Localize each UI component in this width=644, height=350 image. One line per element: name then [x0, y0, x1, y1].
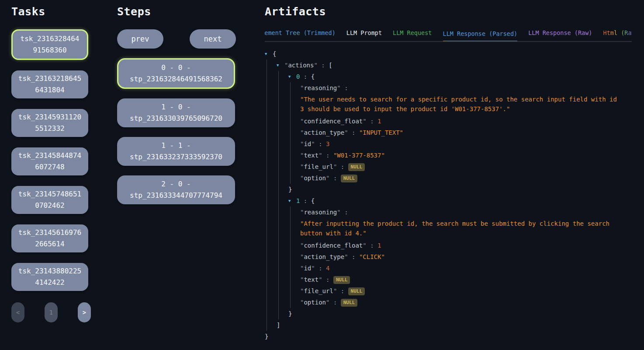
- json-key: action_type: [304, 129, 344, 136]
- indent-guide: [277, 138, 288, 150]
- json-tree-row: ▼1 : {: [265, 195, 632, 206]
- tab-element-tree-trimmed[interactable]: Element Tree (Trimmed): [265, 29, 336, 41]
- indent-guide: [277, 116, 288, 127]
- json-string-value: "W01-377-8537": [333, 152, 385, 159]
- tab-llm-prompt[interactable]: LLM Prompt: [346, 29, 382, 41]
- json-colon: :: [315, 265, 326, 272]
- artifacts-panel: Artifacts Element Tree (Trimmed)LLM Prom…: [265, 0, 632, 342]
- indent-guide: [277, 218, 288, 240]
- step-label-line1: 1 - 1 -: [161, 140, 190, 151]
- json-tree-row-content: {: [273, 48, 276, 60]
- indent-guide: [288, 274, 300, 285]
- indent-guide: [288, 161, 300, 172]
- json-key: file_url: [304, 287, 333, 294]
- step-list: 0 - 0 -stp_2316328464915683621 - 0 -stp_…: [117, 58, 236, 204]
- json-colon: :: [341, 84, 348, 91]
- tasks-pagination: < 1 >: [11, 302, 91, 322]
- json-tree-row: "reasoning" :: [265, 82, 632, 94]
- json-colon: :: [367, 242, 377, 249]
- json-bracket: {: [311, 197, 315, 204]
- tab-llm-response-raw[interactable]: LLM Response (Raw): [528, 29, 592, 41]
- indent-guide: [288, 206, 300, 218]
- json-colon: :: [348, 129, 359, 136]
- indent-guide: [265, 127, 277, 138]
- json-tree-row: }: [265, 184, 632, 195]
- step-button[interactable]: 1 - 0 -stp_231633039765096720: [117, 98, 235, 127]
- json-colon: :: [315, 140, 326, 147]
- json-bracket: {: [273, 50, 276, 57]
- json-string-value: "CLICK": [359, 253, 385, 260]
- page-number-button[interactable]: 1: [45, 302, 58, 322]
- collapse-arrow-icon[interactable]: ▼: [277, 60, 284, 71]
- tasks-panel: Tasks tsk_231632846491568360tsk_23163218…: [11, 0, 91, 322]
- json-colon: :: [318, 62, 329, 69]
- indent-guide: [288, 218, 300, 240]
- json-key: confidence_float: [304, 242, 363, 249]
- step-label-line2: stp_231633237333592370: [130, 151, 222, 163]
- json-tree-row-content: "reasoning" :: [300, 206, 348, 218]
- tab-llm-request[interactable]: LLM Request: [393, 29, 432, 41]
- task-button[interactable]: tsk_231459311205512332: [11, 109, 88, 137]
- collapse-arrow-icon[interactable]: ▼: [288, 71, 296, 82]
- indent-guide: [265, 60, 277, 71]
- tab-llm-response-parsed[interactable]: LLM Response (Parsed): [443, 30, 518, 42]
- step-button[interactable]: 2 - 0 -stp_231633344707774794: [117, 175, 235, 204]
- json-tree-row-content: "file_url" : NULL: [300, 285, 365, 297]
- json-tree-row-content: "action_type" : "CLICK": [300, 251, 385, 262]
- indent-guide: [288, 138, 300, 150]
- step-label-line1: 2 - 0 -: [161, 178, 190, 190]
- indent-guide: [265, 285, 277, 297]
- task-button[interactable]: tsk_231632846491568360: [11, 29, 88, 60]
- page-next-button[interactable]: >: [78, 302, 91, 322]
- indent-guide: [277, 127, 288, 138]
- tasks-title: Tasks: [11, 5, 91, 18]
- json-tree-row: "option" : NULL: [265, 297, 632, 308]
- indent-guide: [277, 262, 288, 274]
- quote-mark: ": [344, 253, 348, 260]
- json-tree-row-content: "option" : NULL: [300, 297, 357, 308]
- task-button[interactable]: tsk_231456169762665614: [11, 224, 88, 252]
- indent-guide: [277, 184, 288, 195]
- indent-guide: [288, 172, 300, 184]
- collapse-arrow-icon[interactable]: ▼: [288, 195, 296, 206]
- indent-guide: [265, 308, 277, 319]
- step-label-line1: 0 - 0 -: [161, 62, 190, 74]
- json-tree-row-content: "confidence_float" : 1: [300, 240, 381, 251]
- task-button[interactable]: tsk_231457486510702462: [11, 186, 88, 214]
- indent-guide: [265, 150, 277, 161]
- indent-guide: [277, 172, 288, 184]
- json-tree-viewer: ▼{▼"actions" : [▼0 : {"reasoning" :"The …: [265, 48, 632, 342]
- json-string-value: "INPUT_TEXT": [359, 129, 403, 136]
- json-colon: :: [348, 253, 359, 260]
- json-tree-row: "id" : 4: [265, 262, 632, 274]
- indent-guide: [265, 297, 277, 308]
- null-badge: NULL: [341, 175, 358, 182]
- steps-panel: Steps prev next 0 - 0 -stp_2316328464915…: [117, 0, 236, 204]
- tab-html-raw[interactable]: Html (Raw): [603, 29, 632, 41]
- task-button[interactable]: tsk_231632186456431804: [11, 70, 88, 98]
- indent-guide: [277, 274, 288, 285]
- indent-guide: [265, 319, 277, 331]
- json-tree-row-content: "id" : 4: [300, 262, 329, 274]
- quote-mark: ": [311, 265, 315, 272]
- task-button[interactable]: tsk_231458448746072748: [11, 147, 88, 175]
- json-tree-row-content: "confidence_float" : 1: [300, 116, 381, 127]
- indent-guide: [288, 82, 300, 94]
- indent-guide: [265, 138, 277, 150]
- json-tree-row-content: "The user needs to search for a specific…: [300, 94, 623, 116]
- json-colon: :: [329, 299, 340, 306]
- json-colon: :: [341, 209, 348, 216]
- json-tree-row-content: "action_type" : "INPUT_TEXT": [300, 127, 403, 138]
- quote-mark: ": [344, 129, 348, 136]
- page-prev-button[interactable]: <: [11, 302, 24, 322]
- prev-button[interactable]: prev: [117, 29, 163, 49]
- json-tree-row: "action_type" : "INPUT_TEXT": [265, 127, 632, 138]
- step-button[interactable]: 0 - 0 -stp_231632846491568362: [117, 58, 235, 89]
- artifacts-title: Artifacts: [265, 5, 632, 18]
- step-button[interactable]: 1 - 1 -stp_231633237333592370: [117, 137, 235, 166]
- json-tree-row-content: 0 : {: [296, 71, 315, 82]
- step-label-line2: stp_231632846491568362: [130, 74, 222, 85]
- collapse-arrow-icon[interactable]: ▼: [265, 48, 273, 60]
- next-button[interactable]: next: [190, 29, 236, 49]
- task-button[interactable]: tsk_231438802254142422: [11, 263, 88, 291]
